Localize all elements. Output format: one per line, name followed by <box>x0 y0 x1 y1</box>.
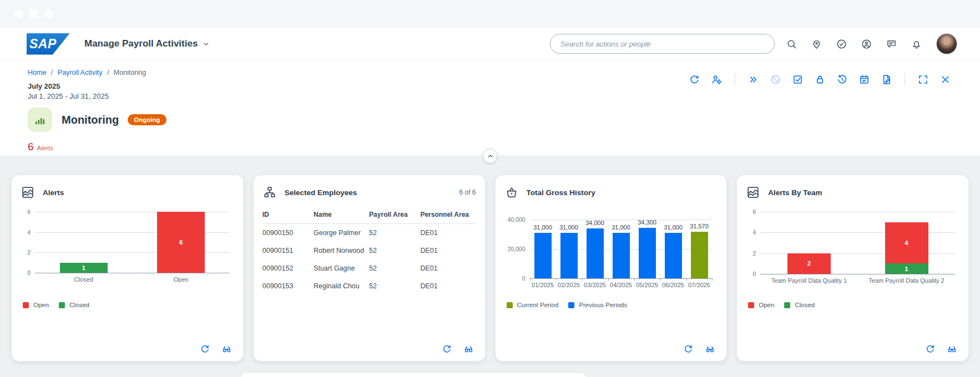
x-axis-tick <box>712 278 713 281</box>
bar-segment <box>587 228 604 278</box>
column-header-name: Name <box>314 206 369 224</box>
examine-icon[interactable] <box>463 344 474 354</box>
bar-segment: 1 <box>60 263 108 273</box>
y-axis-tick-label: 20,000 <box>504 246 526 252</box>
card-refresh-icon[interactable] <box>683 344 694 354</box>
legend-swatch <box>59 302 65 308</box>
legend-swatch <box>507 302 513 308</box>
cell-name: Robert Norwood <box>314 242 369 259</box>
examine-icon[interactable] <box>705 344 715 354</box>
check-circle-icon[interactable] <box>836 38 847 50</box>
employees-table: ID Name Payroll Area Personnel Area 0090… <box>262 206 476 295</box>
app-title-dropdown[interactable]: Manage Payroll Activities <box>84 38 210 49</box>
bar-value-label: 31,000 <box>556 224 582 231</box>
alerts-label: Alerts <box>37 145 53 151</box>
legend-item: Open <box>748 302 774 308</box>
column-header-personnel-area: Personnel Area <box>420 206 476 224</box>
bar-segment <box>534 233 552 278</box>
location-icon[interactable] <box>811 38 822 50</box>
alerts-by-team-chart: 2Team Payroll Data Quality 114Team Payro… <box>746 210 959 293</box>
y-axis-tick-label: 4 <box>21 229 31 236</box>
cell-payroll-area: 52 <box>369 277 420 295</box>
card-title: Alerts <box>43 188 64 197</box>
legend-item: Current Period <box>507 302 559 308</box>
activity-toolbar <box>689 73 951 85</box>
cell-personnel-area: DE01 <box>420 224 476 242</box>
basket-icon <box>504 185 519 200</box>
window-control-icon <box>44 9 53 18</box>
notifications-icon[interactable] <box>911 38 922 50</box>
card-refresh-icon[interactable] <box>925 344 936 354</box>
edit-document-icon[interactable] <box>881 74 892 85</box>
y-axis-tick-label: 40,000 <box>504 216 526 223</box>
calendar-icon[interactable] <box>858 74 870 85</box>
window-controls-bar <box>0 0 980 28</box>
alerts-by-team-card: Alerts By Team 2Team Payroll Data Qualit… <box>736 175 969 361</box>
table-row[interactable]: 00900153 Reginald Chou 52 DE01 <box>262 277 476 295</box>
card-refresh-icon[interactable] <box>200 344 210 354</box>
table-row[interactable]: 00900150 George Palmer 52 DE01 <box>262 224 476 242</box>
status-badge: Ongoing <box>128 114 166 125</box>
examine-icon[interactable] <box>947 344 957 354</box>
alerts-card: Alerts 1Closed6Open0246 Open Closed <box>11 175 244 361</box>
page: SAP Manage Payroll Activities <box>0 0 980 377</box>
x-axis-category-label: 03/2025 <box>582 282 608 288</box>
cell-id: 00900151 <box>262 242 314 259</box>
cell-name: Reginald Chou <box>314 277 369 295</box>
history-icon[interactable] <box>836 74 848 85</box>
collapse-header-button[interactable] <box>483 149 498 164</box>
card-title: Total Gross History <box>527 188 595 197</box>
table-row[interactable]: 00900151 Robert Norwood 52 DE01 <box>262 242 476 259</box>
next-section-sliver <box>241 373 585 377</box>
support-icon[interactable] <box>861 38 872 50</box>
bar-segment: 6 <box>157 212 205 273</box>
x-axis-tick <box>530 278 531 281</box>
breadcrumb-link-payroll-activity[interactable]: Payroll Activity <box>58 69 103 77</box>
cell-id: 00900152 <box>262 259 314 277</box>
legend-label: Closed <box>69 302 89 308</box>
feedback-icon[interactable] <box>886 38 897 50</box>
window-control-icon <box>14 9 23 18</box>
search-input[interactable] <box>559 39 765 49</box>
x-axis-category-label: Team Payroll Data Quality 2 <box>858 277 956 284</box>
gridline <box>35 273 230 273</box>
chart-legend: Open Closed <box>746 302 959 308</box>
activity-row: Monitoring Ongoing <box>28 108 980 132</box>
x-axis-category-label: Open <box>133 276 230 283</box>
lock-icon[interactable] <box>814 74 826 85</box>
chart-legend: Current Period Previous Periods <box>504 302 718 308</box>
skip-forward-icon[interactable] <box>747 74 759 85</box>
global-search[interactable] <box>550 34 775 54</box>
bar-segment <box>665 233 682 278</box>
complete-task-icon[interactable] <box>792 74 804 85</box>
alerts-count: 6 <box>28 141 34 153</box>
legend-label: Previous Periods <box>579 302 627 308</box>
x-axis-tick <box>608 278 609 281</box>
cell-personnel-area: DE01 <box>420 259 476 277</box>
search-icon[interactable] <box>786 38 797 50</box>
org-chart-icon <box>262 185 277 200</box>
bar-segment: 1 <box>885 263 928 274</box>
x-axis-tick <box>582 278 583 281</box>
cell-payroll-area: 52 <box>369 224 420 242</box>
bar-value-label: 31,000 <box>660 224 686 231</box>
shell-header: SAP Manage Payroll Activities <box>0 28 980 60</box>
legend-swatch <box>23 302 29 308</box>
user-avatar[interactable] <box>936 33 958 55</box>
cell-name: Stuart Gagne <box>314 259 369 277</box>
refresh-icon[interactable] <box>689 74 700 85</box>
close-icon[interactable] <box>939 74 951 85</box>
bar-value-label: 31,000 <box>530 224 556 231</box>
legend-swatch <box>568 302 574 308</box>
bar-segment <box>613 233 630 278</box>
card-refresh-icon[interactable] <box>442 344 452 354</box>
sap-logo: SAP <box>27 33 70 55</box>
gridline <box>530 278 713 279</box>
assign-user-icon[interactable] <box>711 74 723 85</box>
cell-id: 00900153 <box>262 277 314 295</box>
examine-icon[interactable] <box>221 344 232 354</box>
breadcrumb-link-home[interactable]: Home <box>28 69 46 77</box>
y-axis-tick-label: 0 <box>504 275 526 282</box>
table-row[interactable]: 00900152 Stuart Gagne 52 DE01 <box>262 259 476 277</box>
enter-fullscreen-icon[interactable] <box>917 74 929 85</box>
